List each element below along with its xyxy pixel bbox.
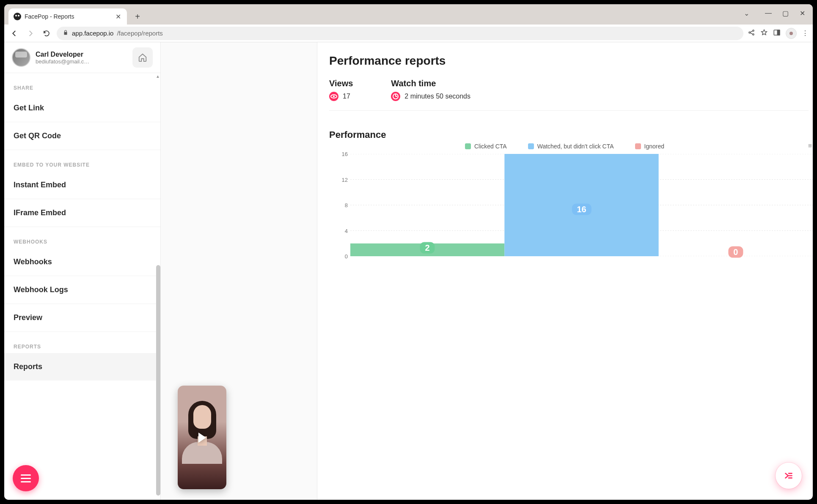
window-minimize-icon[interactable]: — [760,7,776,19]
tab-title: FacePop - Reports [25,13,74,20]
profile-header: Carl Developer bediufatos@gmail.c… [4,42,160,73]
performance-title: Performance [329,129,813,140]
sidebar-item-webhooks[interactable]: Webhooks [4,248,160,276]
scroll-thumb[interactable] [156,265,160,496]
y-tick-label: 12 [342,176,348,183]
url-path: /facepop/reports [117,30,162,37]
nav-reload-icon[interactable] [41,27,52,39]
eye-icon [329,92,338,101]
y-tick-label: 4 [345,227,348,234]
tab-overflow-icon[interactable]: ⌄ [744,9,749,17]
kebab-icon[interactable]: ⋮ [802,29,809,37]
browser-tab[interactable]: FacePop - Reports ✕ [8,8,127,25]
main-content: Performance reports Views 17 Watch time … [317,42,813,500]
views-value: 17 [343,93,350,100]
svg-rect-4 [778,30,780,35]
sidebar-item-get-link[interactable]: Get Link [4,94,160,122]
legend-clicked[interactable]: Clicked CTA [465,143,507,150]
stat-watch-time: Watch time 2 minutes 50 seconds [391,79,470,101]
sidebar-item-get-qr-code[interactable]: Get QR Code [4,122,160,150]
page-title: Performance reports [329,54,813,68]
url-bar[interactable]: app.facepop.io/facepop/reports [57,27,743,40]
video-preview[interactable] [178,386,226,489]
profile-name: Carl Developer [36,51,127,58]
watch-label: Watch time [391,79,470,88]
sidebar-section-label: EMBED TO YOUR WEBSITE [4,150,160,171]
sidebar: Carl Developer bediufatos@gmail.c… SHARE… [4,42,161,500]
home-button[interactable] [132,47,153,68]
legend-swatch-icon [635,143,641,149]
chart-value-badge: 0 [728,247,743,258]
sidebar-item-reports[interactable]: Reports [4,353,160,381]
y-tick-label: 0 [345,253,348,260]
hamburger-icon [21,474,31,476]
play-icon [198,433,206,443]
menu-fab[interactable] [13,465,39,491]
sidebar-item-preview[interactable]: Preview [4,304,160,332]
browser-toolbar: app.facepop.io/facepop/reports ⋮ [4,25,813,42]
nav-forward-icon[interactable] [25,27,36,39]
window-close-icon[interactable]: ✕ [794,7,810,19]
svg-point-0 [749,32,750,33]
share-icon[interactable] [748,29,755,38]
sidebar-item-iframe-embed[interactable]: IFrame Embed [4,199,160,227]
sidebar-section-label: SHARE [4,73,160,94]
legend-swatch-icon [465,143,471,149]
chart-legend: Clicked CTA Watched, but didn't click CT… [329,143,813,150]
nav-back-icon[interactable] [8,27,20,39]
legend-swatch-icon [528,143,534,149]
profile-icon[interactable] [786,28,797,39]
performance-chart: ≡ 0481216 2160 [338,154,813,264]
window-maximize-icon[interactable]: ▢ [777,7,793,19]
new-tab-button[interactable]: + [131,10,144,23]
chart-value-badge: 16 [572,204,591,215]
chart-menu-icon[interactable]: ≡ [808,142,813,150]
svg-point-2 [753,33,754,35]
profile-email: bediufatos@gmail.c… [36,58,127,65]
sidebar-section-label: WEBHOOKS [4,227,160,248]
preview-panel [161,42,317,500]
sidebar-scrollbar[interactable]: ▲ [156,73,160,500]
clock-icon [391,92,400,101]
stat-views: Views 17 [329,79,353,101]
support-fab[interactable] [776,463,802,489]
sidebar-section-label: REPORTS [4,332,160,353]
star-icon[interactable] [760,29,768,38]
url-domain: app.facepop.io [72,30,113,37]
y-tick-label: 16 [342,151,348,157]
sidebar-item-webhook-logs[interactable]: Webhook Logs [4,276,160,304]
legend-watched[interactable]: Watched, but didn't click CTA [528,143,614,150]
y-tick-label: 8 [345,202,348,208]
tab-close-icon[interactable]: ✕ [115,12,122,22]
tab-favicon [14,13,21,20]
watch-value: 2 minutes 50 seconds [404,93,470,100]
legend-ignored[interactable]: Ignored [635,143,664,150]
svg-point-1 [753,30,754,31]
sidepanel-icon[interactable] [773,29,781,38]
scroll-up-icon[interactable]: ▲ [156,74,160,78]
lock-icon [63,30,69,37]
views-label: Views [329,79,353,88]
sidebar-item-instant-embed[interactable]: Instant Embed [4,171,160,199]
avatar[interactable] [12,48,30,67]
browser-tabstrip: FacePop - Reports ✕ + ⌄ — ▢ ✕ [4,4,813,25]
chart-value-badge: 2 [420,242,435,253]
